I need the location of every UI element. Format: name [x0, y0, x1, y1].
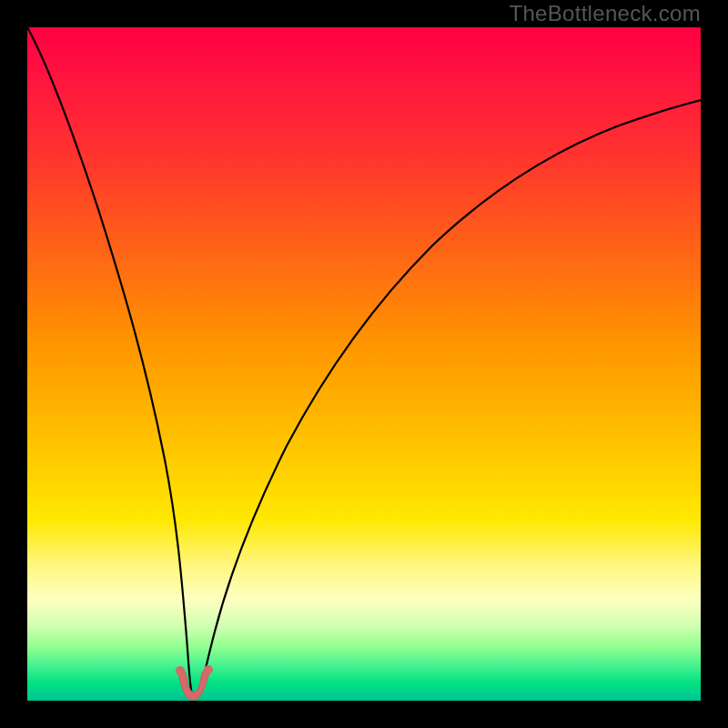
plot-area: [27, 27, 701, 701]
chart-svg: [27, 27, 701, 701]
tip-dot-left: [176, 666, 185, 675]
bottleneck-curve: [27, 27, 701, 697]
chart-frame: TheBottleneck.com: [0, 0, 728, 728]
tip-dot-right: [204, 665, 213, 674]
watermark-text: TheBottleneck.com: [509, 0, 701, 27]
